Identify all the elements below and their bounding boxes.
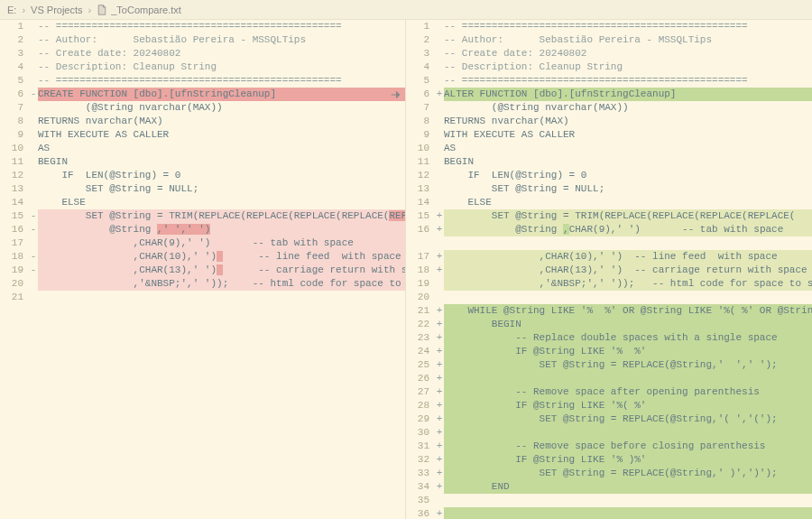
diff-marker [29, 142, 38, 155]
code-row[interactable]: 14 ELSE [0, 196, 405, 209]
line-content: RETURNS nvarchar(MAX) [38, 115, 405, 128]
line-number: 13 [0, 182, 29, 196]
line-content: ,CHAR(10),' ') -- line feed with space [444, 250, 812, 264]
code-row[interactable]: 2-- Author: Sebastião Pereira - MSSQLTip… [406, 33, 812, 47]
code-row[interactable]: 15+ SET @String = TRIM(REPLACE(REPLACE(R… [406, 209, 812, 223]
code-row[interactable]: 4-- Description: Cleanup String [0, 60, 405, 74]
code-row[interactable]: 32+ IF @String LIKE '% )%' [406, 453, 812, 467]
breadcrumb-file[interactable]: _ToCompare.txt [111, 5, 181, 15]
line-number: 30 [406, 426, 435, 440]
code-row[interactable]: 24+ IF @String LIKE '% %' [406, 345, 812, 358]
code-row[interactable]: 28+ IF @String LIKE '%( %' [406, 399, 812, 412]
line-content [444, 494, 812, 507]
line-content: IF @String LIKE '% )%' [444, 453, 812, 467]
line-number: 17 [406, 250, 435, 264]
code-row[interactable]: 31+ -- Remove space before closing paren… [406, 440, 812, 453]
code-row[interactable]: 13 SET @String = NULL; [0, 182, 405, 196]
code-row[interactable]: 20 [406, 291, 812, 304]
code-row[interactable]: 18+ ,CHAR(13),' ') -- carriage return wi… [406, 264, 812, 277]
line-number: 26 [406, 372, 435, 385]
diff-spacer-row [0, 385, 405, 399]
code-row[interactable]: 10AS [0, 142, 405, 155]
diff-marker [435, 169, 444, 182]
code-row[interactable]: 7 (@String nvarchar(MAX)) [0, 101, 405, 115]
merge-arrow-icon[interactable] [389, 88, 403, 101]
code-row[interactable]: 6+ALTER FUNCTION [dbo].[ufnStringCleanup… [406, 88, 812, 101]
code-row[interactable]: 8RETURNS nvarchar(MAX) [406, 115, 812, 128]
code-row[interactable]: 34+ END [406, 480, 812, 494]
code-row[interactable]: 13 SET @String = NULL; [406, 182, 812, 196]
code-row[interactable]: 5-- ====================================… [406, 74, 812, 88]
code-row[interactable]: 5-- ====================================… [0, 74, 405, 88]
code-row[interactable]: 2-- Author: Sebastião Pereira - MSSQLTip… [0, 33, 405, 47]
code-row[interactable]: 6-CREATE FUNCTION [dbo].[ufnStringCleanu… [0, 88, 405, 101]
diff-marker: + [435, 358, 444, 372]
code-row[interactable]: 17 ,CHAR(9),' ') -- tab with space [0, 236, 405, 250]
code-row[interactable]: 20 ,'&NBSP;',' ')); -- html code for spa… [0, 277, 405, 291]
code-row[interactable]: 35 [406, 494, 812, 507]
code-row[interactable]: 8RETURNS nvarchar(MAX) [0, 115, 405, 128]
code-row[interactable]: 3-- Create date: 20240802 [406, 47, 812, 60]
line-content: SET @String = NULL; [38, 182, 405, 196]
code-row[interactable]: 4-- Description: Cleanup String [406, 60, 812, 74]
code-row[interactable]: 12 IF LEN(@String) = 0 [0, 169, 405, 182]
diff-marker [29, 128, 38, 142]
line-number: 6 [0, 88, 29, 101]
code-row[interactable]: 14 ELSE [406, 196, 812, 209]
code-row[interactable]: 36+ [406, 507, 812, 519]
code-row[interactable]: 30+ [406, 426, 812, 440]
code-row[interactable]: 25+ SET @String = REPLACE(@String,' ',' … [406, 358, 812, 372]
line-number: 14 [0, 196, 29, 209]
code-row[interactable]: 11BEGIN [0, 155, 405, 169]
code-row[interactable]: 10AS [406, 142, 812, 155]
code-row[interactable]: 15- SET @String = TRIM(REPLACE(REPLACE(R… [0, 209, 405, 223]
code-row[interactable]: 16- @String ,' ',' ') [0, 223, 405, 236]
code-row[interactable]: 9WITH EXECUTE AS CALLER [406, 128, 812, 142]
code-row[interactable]: 9WITH EXECUTE AS CALLER [0, 128, 405, 142]
diff-marker: - [29, 223, 38, 236]
code-row[interactable]: 3-- Create date: 20240802 [0, 47, 405, 60]
breadcrumb[interactable]: E: › VS Projects › _ToCompare.txt [0, 0, 812, 20]
code-row[interactable]: 18- ,CHAR(10),' ') -- line feed with spa… [0, 250, 405, 264]
line-number: 29 [406, 412, 435, 426]
code-row[interactable]: 1-- ====================================… [0, 20, 405, 33]
line-number: 9 [0, 128, 29, 142]
code-row[interactable]: 29+ SET @String = REPLACE(@String,'( ','… [406, 412, 812, 426]
line-content: ,CHAR(13),' ') -- carriage return with s… [444, 264, 812, 277]
code-row[interactable]: 21+ WHILE @String LIKE '% %' OR @String … [406, 304, 812, 318]
code-right[interactable]: 1-- ====================================… [406, 20, 812, 519]
breadcrumb-root[interactable]: E: [7, 5, 16, 15]
line-content: WITH EXECUTE AS CALLER [38, 128, 405, 142]
diff-marker: + [435, 372, 444, 385]
code-row[interactable]: 19- ,CHAR(13),' ') -- carriage return wi… [0, 264, 405, 277]
code-row[interactable]: 22+ BEGIN [406, 318, 812, 331]
code-row[interactable]: 21 [0, 291, 405, 304]
code-row[interactable]: 27+ -- Remove space after opening parent… [406, 385, 812, 399]
code-left[interactable]: 1-- ====================================… [0, 20, 405, 519]
code-row[interactable]: 19 ,'&NBSP;',' ')); -- html code for spa… [406, 277, 812, 291]
line-number: 10 [0, 142, 29, 155]
code-row[interactable]: 16+ @String ,CHAR(9),' ') -- tab with sp… [406, 223, 812, 236]
line-content: BEGIN [444, 155, 812, 169]
diff-pane-right[interactable]: 1-- ====================================… [406, 20, 812, 519]
code-row[interactable]: 7 (@String nvarchar(MAX)) [406, 101, 812, 115]
diff-pane-left[interactable]: 1-- ====================================… [0, 20, 406, 519]
code-row[interactable]: 11BEGIN [406, 155, 812, 169]
line-number: 2 [406, 33, 435, 47]
line-content: ELSE [38, 196, 405, 209]
code-row[interactable]: 23+ -- Replace double spaces with a sing… [406, 331, 812, 345]
diff-marker: + [435, 385, 444, 399]
diff-marker [435, 128, 444, 142]
code-row[interactable]: 1-- ====================================… [406, 20, 812, 33]
code-row[interactable]: 26+ [406, 372, 812, 385]
line-content: -- Remove space before closing parenthes… [444, 440, 812, 453]
line-content: -- =====================================… [38, 20, 405, 33]
code-row[interactable]: 33+ SET @String = REPLACE(@String,' )','… [406, 467, 812, 480]
code-row[interactable]: 17+ ,CHAR(10),' ') -- line feed with spa… [406, 250, 812, 264]
line-number: 16 [406, 223, 435, 236]
breadcrumb-folder[interactable]: VS Projects [31, 5, 82, 15]
line-number: 18 [406, 264, 435, 277]
line-number: 20 [0, 277, 29, 291]
code-row[interactable]: 12 IF LEN(@String) = 0 [406, 169, 812, 182]
diff-marker [29, 196, 38, 209]
